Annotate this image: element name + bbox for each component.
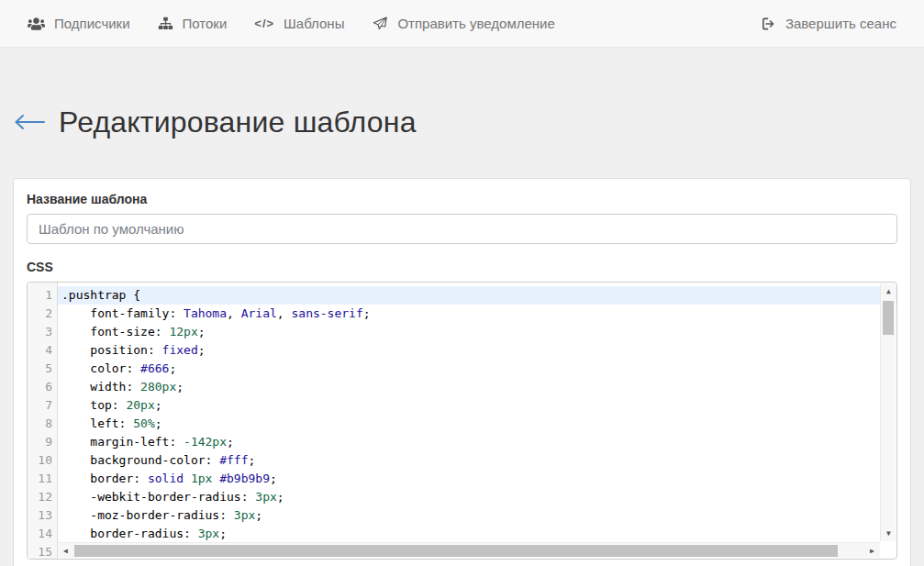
line-number: 9 [28,433,57,451]
scroll-left-icon[interactable]: ◀ [58,543,73,559]
line-number: 15 [28,543,57,560]
line-number: 2 [28,305,57,323]
code-line[interactable]: width: 280px; [58,378,896,396]
css-label: CSS [27,260,897,274]
nav-label-subscribers: Подписчики [54,16,130,31]
nav-item-logout[interactable]: Завершить сеанс [747,0,910,47]
users-icon [28,17,45,31]
nav-label-flows: Потоки [183,16,228,31]
code-line[interactable]: background-color: #fff; [58,451,896,470]
line-number: 4 [28,341,57,360]
top-navbar: Подписчики Потоки </> Шаблоны Отправить … [0,0,924,48]
sign-out-icon [761,17,776,31]
line-number: 1 [28,286,57,305]
send-icon [372,16,388,31]
line-number: 10 [28,451,57,470]
page-header: Редактирование шаблона [0,101,924,143]
css-code-editor[interactable]: 123456789101112131415 .pushtrap { font-f… [27,282,897,560]
editor-code-area[interactable]: .pushtrap { font-family: Tahoma, Arial, … [58,283,896,559]
code-line[interactable]: top: 20px; [58,396,896,415]
code-line[interactable]: border: solid 1px #b9b9b9; [58,470,896,488]
nav-label-logout: Завершить сеанс [785,16,896,31]
template-name-input[interactable] [27,214,897,244]
template-name-label: Название шаблона [27,192,897,206]
line-number: 6 [28,378,57,396]
line-number: 13 [28,506,57,525]
nav-item-templates[interactable]: </> Шаблоны [240,0,358,47]
code-line[interactable]: left: 50%; [58,415,896,433]
line-number: 14 [28,525,57,543]
nav-item-send-notification[interactable]: Отправить уведомление [358,0,568,47]
line-number: 3 [28,323,57,341]
back-arrow-icon [13,114,46,130]
line-number: 5 [28,360,57,378]
page-title: Редактирование шаблона [59,105,417,139]
code-line[interactable]: position: fixed; [58,341,896,360]
sitemap-icon [158,17,173,31]
code-line[interactable]: color: #666; [58,360,896,378]
back-link[interactable] [13,114,46,130]
horizontal-scroll-thumb[interactable] [74,545,838,557]
scroll-right-icon[interactable]: ▶ [864,543,880,559]
editor-gutter: 123456789101112131415 [28,283,58,559]
vertical-scroll-thumb[interactable] [883,301,894,335]
code-line[interactable]: -webkit-border-radius: 3px; [58,488,896,506]
line-number: 7 [28,396,57,415]
code-line[interactable]: margin-left: -142px; [58,433,896,451]
code-line[interactable]: .pushtrap { [58,286,896,305]
code-line[interactable]: border-radius: 3px; [58,525,896,543]
editor-horizontal-scrollbar[interactable]: ◀ ▶ [58,542,880,558]
editor-vertical-scrollbar[interactable]: ▲ ▼ [880,283,896,541]
code-line[interactable]: font-family: Tahoma, Arial, sans-serif; [58,305,896,323]
template-form-card: Название шаблона CSS 1234567891011121314… [13,178,911,566]
nav-label-templates: Шаблоны [284,16,344,31]
code-line[interactable]: -moz-border-radius: 3px; [58,506,896,525]
scroll-down-icon[interactable]: ▼ [881,526,896,541]
code-icon: </> [254,17,274,30]
line-number: 8 [28,415,57,433]
nav-item-subscribers[interactable]: Подписчики [14,0,144,47]
nav-item-flows[interactable]: Потоки [144,0,241,47]
line-number: 11 [28,470,57,488]
line-number: 12 [28,488,57,506]
code-line[interactable]: font-size: 12px; [58,323,896,341]
nav-label-send-notification: Отправить уведомление [397,16,554,31]
scroll-up-icon[interactable]: ▲ [881,283,896,299]
